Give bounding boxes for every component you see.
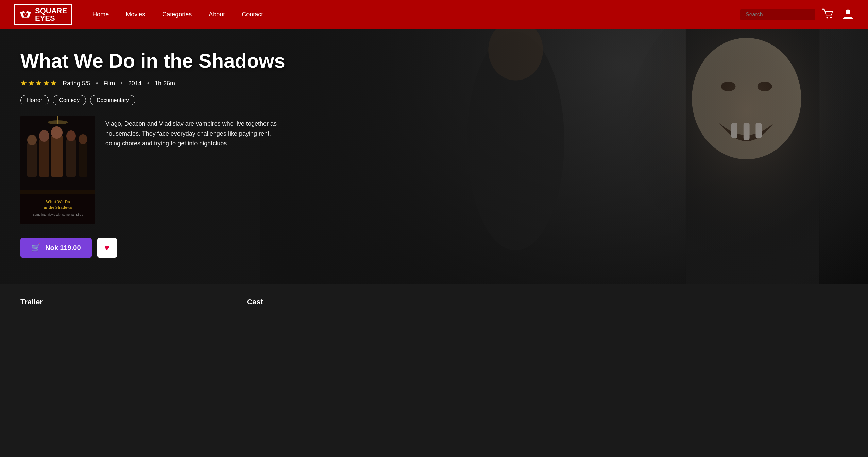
- nav-contact[interactable]: Contact: [242, 11, 263, 18]
- movie-year: 2014: [128, 80, 142, 87]
- nav-home[interactable]: Home: [92, 11, 109, 18]
- heart-icon: ♥: [104, 243, 109, 253]
- svg-text:Some interviews with some vamp: Some interviews with some vampires: [33, 213, 83, 216]
- tag-comedy[interactable]: Comedy: [53, 95, 86, 105]
- logo-main: SQUARE: [35, 7, 67, 15]
- star-3: ★: [35, 79, 42, 88]
- tags-row: Horror Comedy Documentary: [20, 95, 286, 105]
- movie-poster: What We Do in the Shadows Some interview…: [20, 116, 95, 224]
- svg-rect-24: [66, 139, 76, 177]
- movie-duration: 1h 26m: [155, 80, 175, 87]
- movie-info-row: What We Do in the Shadows Some interview…: [20, 116, 286, 224]
- star-4: ★: [43, 79, 50, 88]
- svg-text:in the Shadows: in the Shadows: [44, 205, 72, 210]
- svg-rect-20: [39, 139, 49, 177]
- svg-point-1: [830, 17, 832, 18]
- cart-button-icon: 🛒: [31, 243, 40, 252]
- star-5: ★: [50, 79, 57, 88]
- bottom-section: Trailer Cast: [0, 291, 868, 313]
- cart-icon[interactable]: [822, 7, 835, 22]
- site-logo[interactable]: SQUARE EYES: [14, 4, 72, 25]
- content-area: What We Do in the Shadows ★ ★ ★ ★ ★ Rati…: [0, 29, 306, 278]
- svg-point-0: [826, 17, 828, 18]
- tag-documentary[interactable]: Documentary: [90, 95, 135, 105]
- actions-row: 🛒 Nok 119.00 ♥: [20, 238, 286, 258]
- svg-rect-26: [79, 143, 87, 177]
- svg-point-27: [79, 134, 87, 144]
- rating-label: Rating 5/5: [63, 80, 90, 87]
- site-header: SQUARE EYES Home Movies Categories About…: [0, 0, 868, 29]
- price-label: Nok 119.00: [45, 244, 81, 252]
- main-nav: Home Movies Categories About Contact: [92, 11, 740, 18]
- svg-point-2: [846, 9, 850, 14]
- add-to-cart-button[interactable]: 🛒 Nok 119.00: [20, 238, 92, 258]
- svg-point-19: [27, 135, 37, 145]
- cast-label: Cast: [247, 298, 263, 306]
- user-icon[interactable]: [841, 7, 854, 22]
- movie-type: Film: [103, 80, 115, 87]
- svg-rect-22: [51, 136, 63, 177]
- svg-text:What We Do: What We Do: [46, 199, 70, 204]
- search-input[interactable]: [740, 9, 815, 20]
- movie-title: What We Do in the Shadows: [20, 49, 286, 72]
- meta-row: ★ ★ ★ ★ ★ Rating 5/5 • Film • 2014 • 1h …: [20, 79, 286, 88]
- logo-sub: EYES: [35, 14, 55, 22]
- nav-categories[interactable]: Categories: [162, 11, 192, 18]
- svg-point-21: [39, 130, 49, 142]
- trailer-label: Trailer: [20, 298, 43, 306]
- nav-movies[interactable]: Movies: [126, 11, 145, 18]
- header-actions: [740, 7, 854, 22]
- star-rating: ★ ★ ★ ★ ★: [20, 79, 57, 88]
- star-2: ★: [28, 79, 35, 88]
- svg-point-23: [51, 126, 63, 139]
- nav-about[interactable]: About: [209, 11, 225, 18]
- svg-point-25: [66, 130, 76, 141]
- wishlist-button[interactable]: ♥: [97, 238, 117, 258]
- movie-description: Viago, Deacon and Vladislav are vampires…: [105, 116, 286, 148]
- star-1: ★: [20, 79, 27, 88]
- tag-horror[interactable]: Horror: [20, 95, 49, 105]
- svg-rect-18: [27, 143, 37, 177]
- main-section: What We Do in the Shadows ★ ★ ★ ★ ★ Rati…: [0, 29, 868, 284]
